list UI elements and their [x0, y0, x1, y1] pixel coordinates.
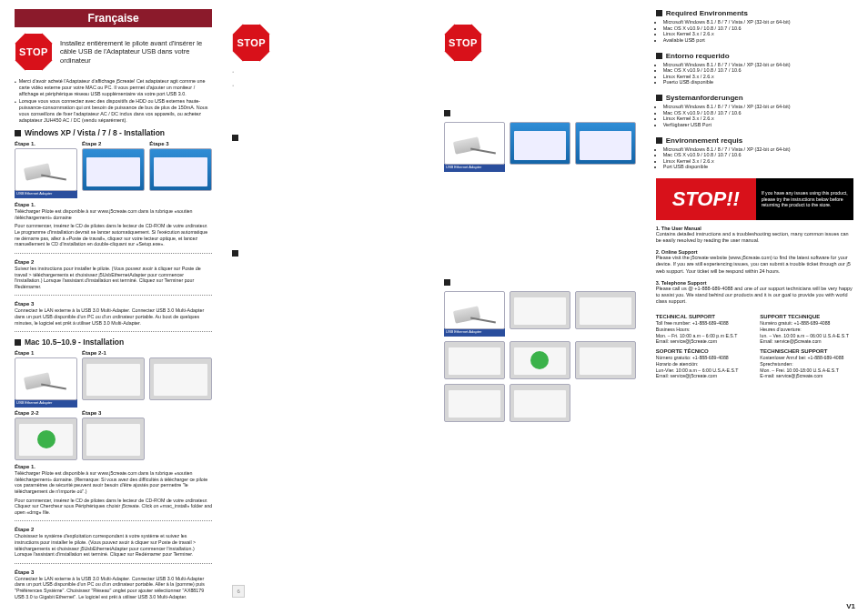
env-list: Microsoft Windows 8.1 / 8 / 7 / Vista / …	[656, 104, 853, 127]
mac-s2-label: Étape 2	[15, 527, 212, 532]
adapter-caption: USB Ethernet Adapter	[15, 399, 77, 408]
help-item: 1. The User ManualContains detailed inst…	[656, 226, 853, 244]
mac-success-thumb-icon	[510, 341, 570, 379]
faded-text: ••	[232, 69, 424, 124]
win-s1-label: Étape 1.	[15, 202, 212, 207]
win-step1: Étape 1. USB Ethernet Adapter	[15, 141, 77, 198]
stop-sign-icon: STOP	[15, 33, 53, 71]
help-list: 1. The User ManualContains detailed inst…	[656, 226, 853, 305]
env-sections: Required EnvironmentsMicrosoft Windows 8…	[656, 9, 853, 169]
square-bullet-icon	[444, 110, 450, 116]
env-heading: Systemanforderungen	[656, 94, 853, 102]
square-bullet-icon	[232, 135, 238, 141]
square-bullet-icon	[444, 279, 450, 286]
mac-step3: Étape 3	[82, 410, 145, 460]
mac-s1-label: Étape 1.	[15, 464, 212, 469]
mac-window-thumb-icon	[149, 357, 212, 400]
stop-warning-row-3: STOP	[444, 24, 636, 62]
env-list: Microsoft Windows 8.1 / 8 / 7 / Vista / …	[656, 146, 853, 170]
mac-window-thumb-icon	[444, 341, 505, 379]
win-s2-text: Suivez les instructions pour installer l…	[15, 266, 212, 289]
intro-bullet-1: Merci d'avoir acheté l'Adaptateur d'affi…	[19, 78, 213, 96]
stop-warning-row-2: STOP	[232, 24, 424, 62]
mac-step21: Étape 2-1	[82, 350, 145, 408]
divider	[15, 331, 212, 332]
column-3: STOP USB Ethernet Adapter USB Ethernet A…	[440, 9, 640, 598]
support-grid: TECHNICAL SUPPORTToll free number: +1-88…	[656, 314, 853, 379]
square-bullet-icon	[232, 250, 238, 257]
help-item: 3. Telephone SupportPlease call us @ +1-…	[656, 280, 853, 305]
adapter-caption: USB Ethernet Adapter	[15, 190, 77, 198]
win-s1b-text: Pour commencer, insérez le CD de pilotes…	[15, 223, 212, 247]
win-step2: Étape 2	[82, 141, 145, 198]
env-list: Microsoft Windows 8.1 / 8 / 7 / Vista / …	[656, 19, 853, 43]
help-item: 2. Online SupportPlease visit the j5crea…	[656, 249, 853, 274]
mac-blank	[149, 350, 212, 408]
stop-banner-text: If you have any issues using this produc…	[756, 186, 853, 212]
window-thumb-icon	[575, 122, 636, 165]
page-number-box: 6	[232, 585, 245, 598]
mac-s3-text: Connectez le LAN externe à la USB 3.0 Mu…	[15, 576, 212, 599]
mac-section-title: Mac 10.5–10.9 - Installation	[15, 337, 212, 347]
mac-window-thumb-icon	[575, 341, 636, 379]
divider	[15, 295, 212, 296]
divider	[15, 253, 212, 254]
win-step3: Étape 3	[149, 141, 212, 198]
mac-s3-label: Étape 3	[15, 569, 212, 575]
mac-window-thumb-icon	[444, 384, 505, 422]
document-page: Française STOP Installez entièrement le …	[0, 0, 868, 614]
adapter-thumb-icon	[444, 291, 505, 329]
mac-steps-top: Étape 1 USB Ethernet Adapter Étape 2-1	[15, 350, 212, 408]
win-s3-label: Étape 3	[15, 301, 212, 307]
mac-step22: Étape 2-2	[15, 410, 77, 460]
window-thumb-icon	[149, 148, 212, 191]
adapter-thumb-icon	[15, 148, 77, 191]
env-list: Microsoft Windows 8.1 / 8 / 7 / Vista / …	[656, 62, 853, 86]
adapter-thumb-icon	[444, 122, 505, 165]
stop-message-text: Installez entièrement le pilote avant d'…	[60, 39, 212, 65]
adapter-thumb-icon	[15, 357, 77, 400]
env-heading: Required Environments	[656, 9, 853, 17]
stop-banner: STOP!! If you have any issues using this…	[656, 178, 853, 220]
stop-banner-big: STOP!!	[656, 178, 756, 220]
stop-sign-icon: STOP	[232, 24, 270, 62]
env-heading: Entorno requerido	[656, 52, 853, 60]
mac-window-thumb-icon	[82, 357, 145, 400]
env-heading: Environnement requis	[656, 136, 853, 145]
intro-bullets: Merci d'avoir acheté l'Adaptateur d'affi…	[15, 78, 212, 123]
mac-window-thumb-icon	[575, 291, 636, 329]
stop-sign-icon: STOP	[444, 24, 482, 62]
windows-steps-row: Étape 1. USB Ethernet Adapter Étape 2 Ét…	[15, 141, 212, 198]
mac-success-thumb-icon	[15, 418, 77, 460]
col3-mac-grid: USB Ethernet Adapter	[444, 291, 636, 422]
mac-window-thumb-icon	[82, 418, 145, 460]
mac-window-thumb-icon	[510, 384, 570, 422]
support-block: TECHNISCHER SUPPORTKostenloser Anruf bei…	[760, 348, 853, 379]
intro-bullet-2: Lorsque vous vous connectez avec des dis…	[19, 98, 213, 123]
win-s3-text: Connectez le LAN externe à la USB 3.0 Mu…	[15, 307, 212, 326]
stop-warning-row: STOP Installez entièrement le pilote ava…	[15, 33, 212, 71]
column-francaise: Française STOP Installez entièrement le …	[11, 9, 216, 598]
win-s2-label: Étape 2	[15, 259, 212, 265]
col3-win-steps: USB Ethernet Adapter	[444, 122, 636, 172]
divider	[15, 563, 212, 564]
win-s1-text: Télécharger Pilote est disponible à sur …	[15, 208, 212, 220]
mac-steps-bottom: Étape 2-2 Étape 3	[15, 410, 212, 460]
mac-window-thumb-icon	[510, 291, 570, 329]
mac-s2-text: Choisissez le système d'exploitation cor…	[15, 533, 212, 557]
mac-step1: Étape 1 USB Ethernet Adapter	[15, 350, 77, 408]
support-block: SOPORTE TÉCNICONúmero gratuito: +1-888-6…	[656, 348, 750, 379]
divider	[15, 520, 212, 521]
window-thumb-icon	[82, 148, 145, 191]
column-2: STOP •• 6	[228, 9, 428, 598]
column-4: Required EnvironmentsMicrosoft Windows 8…	[652, 9, 857, 598]
support-block: SUPPORT TECHNIQUENuméro gratuit: +1-888-…	[760, 314, 853, 345]
version-label: V1	[846, 602, 855, 610]
support-block: TECHNICAL SUPPORTToll free number: +1-88…	[656, 314, 750, 345]
mac-s1b-text: Pour commencer, insérez le CD de pilotes…	[15, 498, 212, 516]
ribbon-francaise: Française	[15, 9, 212, 27]
windows-section-title: Windows XP / Vista / 7 / 8 - Installatio…	[15, 128, 212, 137]
mac-s1-text: Télécharger Pilote est disponible à sur …	[15, 470, 212, 494]
window-thumb-icon	[510, 122, 570, 165]
stop-octagon: STOP	[15, 33, 53, 71]
